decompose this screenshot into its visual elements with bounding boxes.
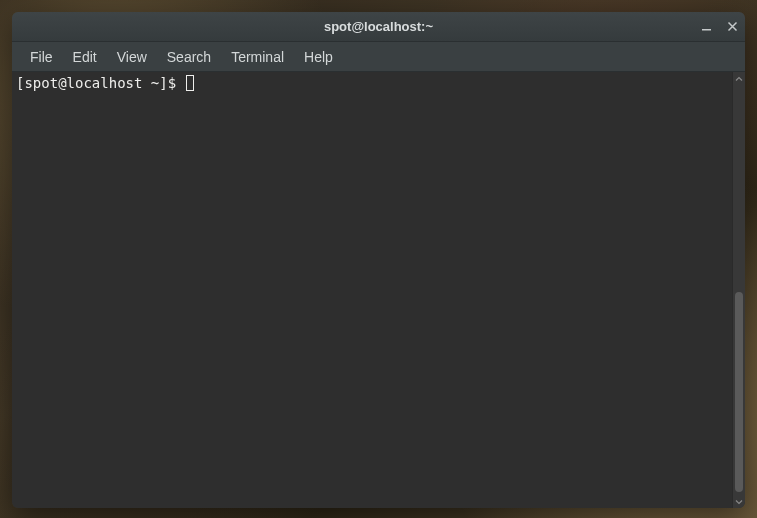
terminal-body: [spot@localhost ~]$	[12, 72, 745, 508]
minimize-icon	[701, 21, 712, 32]
svg-rect-0	[702, 29, 711, 31]
terminal-window: spot@localhost:~ File Edit View Search T…	[12, 12, 745, 508]
minimize-button[interactable]	[699, 20, 713, 34]
menubar: File Edit View Search Terminal Help	[12, 42, 745, 72]
scroll-down-button[interactable]	[733, 495, 745, 508]
prompt-line: [spot@localhost ~]$	[16, 74, 728, 93]
scroll-up-button[interactable]	[733, 72, 745, 85]
close-icon	[727, 21, 738, 32]
menu-edit[interactable]: Edit	[63, 45, 107, 69]
menu-search[interactable]: Search	[157, 45, 221, 69]
text-cursor	[186, 75, 194, 91]
scroll-thumb[interactable]	[735, 292, 743, 492]
chevron-down-icon	[735, 498, 743, 506]
chevron-up-icon	[735, 75, 743, 83]
scrollbar-vertical[interactable]	[732, 72, 745, 508]
menu-file[interactable]: File	[20, 45, 63, 69]
close-button[interactable]	[725, 20, 739, 34]
window-title: spot@localhost:~	[324, 19, 433, 34]
menu-view[interactable]: View	[107, 45, 157, 69]
terminal-content[interactable]: [spot@localhost ~]$	[12, 72, 732, 508]
menu-help[interactable]: Help	[294, 45, 343, 69]
window-controls	[699, 12, 739, 41]
menu-terminal[interactable]: Terminal	[221, 45, 294, 69]
titlebar[interactable]: spot@localhost:~	[12, 12, 745, 42]
shell-prompt: [spot@localhost ~]$	[16, 74, 185, 93]
